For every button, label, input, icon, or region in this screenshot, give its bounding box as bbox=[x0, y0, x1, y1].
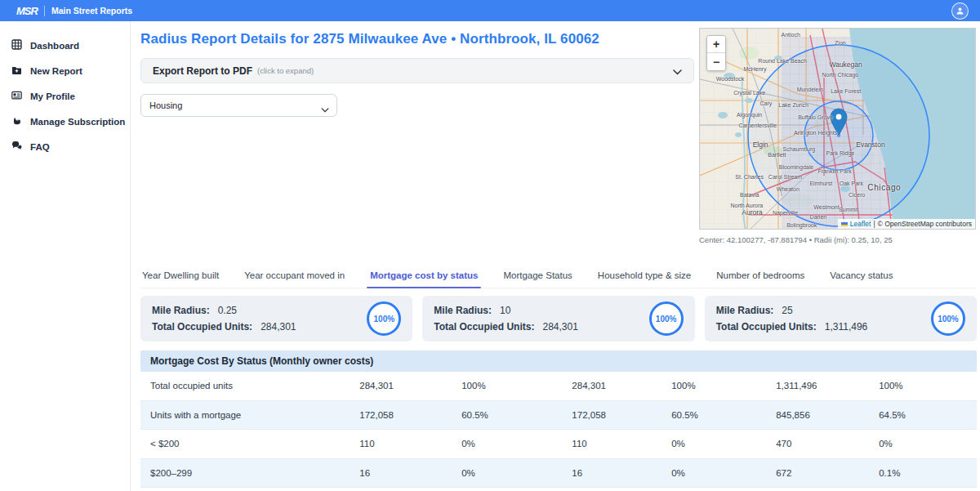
row-value: 110 bbox=[572, 439, 671, 449]
row-value: 0% bbox=[879, 439, 977, 449]
dashboard-grid-icon bbox=[11, 39, 22, 51]
occupied-units-value: 1,311,496 bbox=[825, 321, 868, 333]
row-value: 16 bbox=[359, 468, 461, 478]
zoom-out-button[interactable]: − bbox=[707, 53, 725, 70]
tab-year-dwelling-built[interactable]: Year Dwelling built bbox=[140, 266, 220, 288]
row-value: 100% bbox=[461, 381, 572, 391]
row-value: 172,058 bbox=[359, 410, 461, 420]
tab-number-of-bedrooms[interactable]: Number of bedrooms bbox=[715, 266, 806, 288]
sidebar-item-label: New Report bbox=[30, 66, 82, 76]
row-value: 672 bbox=[776, 468, 879, 478]
app-root: MSR Main Street Reports DashboardNew Rep… bbox=[0, 0, 980, 491]
row-value: 60.5% bbox=[461, 410, 572, 420]
table-header: Mortgage Cost By Status (Monthly owner c… bbox=[140, 350, 977, 372]
table-row: < $2001100%1100%4700% bbox=[140, 430, 977, 459]
row-value: 100% bbox=[671, 381, 776, 391]
report-tabs: Year Dwelling builtYear occupant moved i… bbox=[140, 266, 977, 288]
occupied-units-line: Total Occupied Units:1,311,496 bbox=[716, 321, 868, 333]
export-pdf-label: Export Report to PDF bbox=[153, 65, 252, 77]
sidebar-item-label: Dashboard bbox=[30, 41, 79, 51]
mile-radius-value: 25 bbox=[782, 305, 792, 316]
export-pdf-accordion[interactable]: Export Report to PDF (click to expand) bbox=[140, 58, 694, 83]
row-value: 60.5% bbox=[671, 410, 776, 420]
sidebar-item-label: My Profile bbox=[30, 92, 75, 101]
app-header: MSR Main Street Reports bbox=[0, 0, 980, 21]
sidebar-item-faq[interactable]: FAQ bbox=[0, 134, 130, 159]
row-label: < $200 bbox=[140, 439, 359, 449]
tab-vacancy-status[interactable]: Vacancy status bbox=[828, 266, 894, 288]
card-text: Mile Radius:25Total Occupied Units:1,311… bbox=[716, 305, 868, 333]
summary-card-10mi: Mile Radius:10Total Occupied Units:284,3… bbox=[422, 296, 694, 341]
brand-name: Main Street Reports bbox=[51, 6, 132, 16]
table-body: Total occupied units284,301100%284,30110… bbox=[140, 372, 977, 488]
map-panel: AntiochZionRound Lake BeachWaukeganNorth… bbox=[699, 28, 977, 244]
map-zoom-control: + − bbox=[706, 35, 726, 71]
occupied-units-value: 284,301 bbox=[542, 321, 577, 333]
osm-attribution[interactable]: © OpenStreetMap contributors bbox=[878, 220, 972, 228]
top-row: Radius Report Details for 2875 Milwaukee… bbox=[140, 28, 977, 244]
mortgage-table: Mortgage Cost By Status (Monthly owner c… bbox=[140, 350, 977, 488]
mile-radius-line: Mile Radius:25 bbox=[716, 305, 868, 316]
sidebar-nav: DashboardNew ReportMy ProfileManage Subs… bbox=[0, 33, 130, 159]
subscription-hand-icon bbox=[11, 115, 22, 127]
tab-mortgage-cost-by-status[interactable]: Mortgage cost by status bbox=[368, 266, 479, 288]
row-value: 284,301 bbox=[359, 381, 461, 391]
card-text: Mile Radius:10Total Occupied Units:284,3… bbox=[434, 305, 578, 333]
row-value: 100% bbox=[879, 381, 977, 391]
sidebar-item-dashboard[interactable]: Dashboard bbox=[0, 33, 130, 58]
row-value: 470 bbox=[776, 439, 879, 449]
report-controls: Radius Report Details for 2875 Milwaukee… bbox=[140, 28, 694, 117]
chevron-down-icon bbox=[673, 64, 682, 78]
map-artwork bbox=[700, 29, 976, 230]
mile-radius-line: Mile Radius:10 bbox=[434, 305, 578, 316]
summary-card-0-25mi: Mile Radius:0.25Total Occupied Units:284… bbox=[140, 296, 412, 341]
sidebar-item-my-profile[interactable]: My Profile bbox=[0, 83, 130, 109]
row-value: 0% bbox=[671, 439, 776, 449]
profile-card-icon bbox=[11, 90, 22, 102]
export-pdf-hint: (click to expand) bbox=[257, 66, 314, 75]
radius-map[interactable]: AntiochZionRound Lake BeachWaukeganNorth… bbox=[699, 28, 976, 230]
row-value: 110 bbox=[359, 439, 461, 449]
card-text: Mile Radius:0.25Total Occupied Units:284… bbox=[152, 305, 296, 333]
row-label: Total occupied units bbox=[140, 381, 359, 391]
sidebar-item-new-report[interactable]: New Report bbox=[0, 58, 130, 83]
tab-year-occupant-moved-in[interactable]: Year occupant moved in bbox=[243, 266, 346, 288]
percent-badge: 100% bbox=[931, 301, 965, 336]
main-content: Radius Report Details for 2875 Milwaukee… bbox=[131, 21, 980, 491]
category-select-wrap: Housing bbox=[140, 83, 337, 117]
row-label: $200–299 bbox=[140, 468, 359, 478]
leaflet-link[interactable]: Leaflet bbox=[850, 220, 871, 228]
summary-cards: Mile Radius:0.25Total Occupied Units:284… bbox=[140, 296, 977, 341]
row-value: 172,058 bbox=[572, 410, 671, 420]
tab-mortgage-status[interactable]: Mortgage Status bbox=[501, 266, 573, 288]
ukraine-flag-icon bbox=[841, 222, 848, 226]
row-value: 845,856 bbox=[776, 410, 879, 420]
user-avatar-button[interactable] bbox=[951, 2, 969, 20]
percent-badge: 100% bbox=[649, 301, 684, 336]
category-select[interactable]: Housing bbox=[140, 94, 337, 117]
percent-badge: 100% bbox=[367, 301, 401, 336]
sidebar-item-manage-subscription[interactable]: Manage Subscription bbox=[0, 109, 130, 134]
mile-radius-value: 0.25 bbox=[218, 305, 237, 316]
msr-logo: MSR bbox=[16, 5, 38, 17]
table-row: Total occupied units284,301100%284,30110… bbox=[140, 372, 977, 401]
brand-logo[interactable]: MSR Main Street Reports bbox=[16, 5, 132, 17]
mile-radius-line: Mile Radius:0.25 bbox=[152, 305, 296, 316]
row-value: 0.1% bbox=[879, 468, 977, 478]
zoom-in-button[interactable]: + bbox=[707, 36, 725, 53]
summary-card-25mi: Mile Radius:25Total Occupied Units:1,311… bbox=[705, 296, 977, 341]
row-value: 0% bbox=[671, 468, 776, 478]
map-attribution: Leaflet | © OpenStreetMap contributors bbox=[838, 219, 975, 229]
row-value: 284,301 bbox=[572, 381, 671, 391]
occupied-units-value: 284,301 bbox=[261, 321, 296, 333]
occupied-units-line: Total Occupied Units:284,301 bbox=[434, 321, 578, 333]
row-value: 0% bbox=[461, 439, 572, 449]
table-row: Units with a mortgage172,05860.5%172,058… bbox=[140, 401, 977, 431]
row-value: 64.5% bbox=[879, 410, 977, 420]
table-row: $200–299160%160%6720.1% bbox=[140, 459, 977, 489]
row-value: 1,311,496 bbox=[776, 381, 879, 391]
tab-household-type-size[interactable]: Household type & size bbox=[596, 266, 693, 288]
brand-divider bbox=[44, 6, 45, 16]
sidebar: DashboardNew ReportMy ProfileManage Subs… bbox=[0, 21, 131, 491]
occupied-units-line: Total Occupied Units:284,301 bbox=[152, 321, 296, 333]
